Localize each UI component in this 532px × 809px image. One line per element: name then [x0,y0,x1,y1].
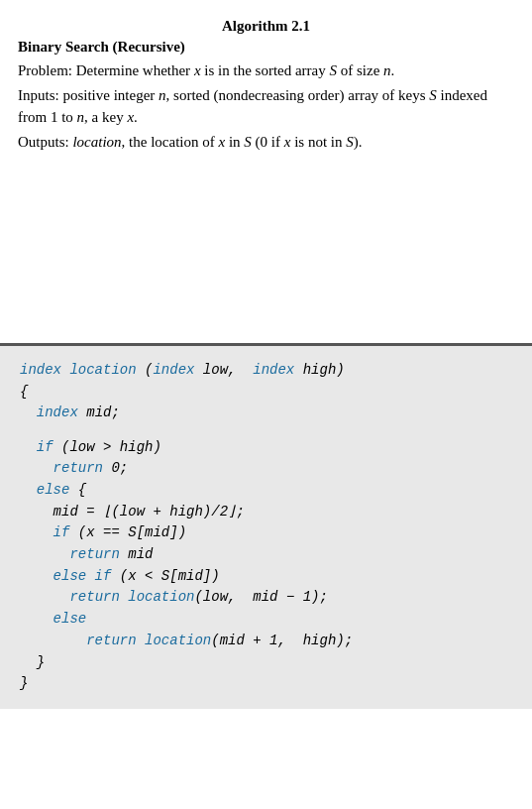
code-line-5: return 0; [20,458,512,480]
code-line-2: { [20,382,512,404]
code-line-12: else [20,609,512,631]
inputs-line: Inputs: positive integer n, sorted (nond… [18,84,514,129]
code-line-8: if (x == S[mid]) [20,522,512,544]
code-line-13: return location(mid + 1, high); [20,631,512,652]
code-line-10: else if (x < S[mid]) [20,566,512,588]
code-line-14: } [20,652,512,674]
problem-line: Problem: Determine whether x is in the s… [18,59,514,82]
outputs-line: Outputs: location, the location of x in … [18,131,514,154]
code-line-15: } [20,673,512,695]
code-line-4: if (low > high) [20,437,512,459]
code-line-7: mid = ⌊(low + high)/2⌋; [20,502,512,523]
algorithm-title: Algorithm 2.1 [18,18,514,35]
code-section: index location (index low, index high) {… [0,346,532,709]
code-line-1: index location (index low, index high) [20,360,512,382]
code-line-9: return mid [20,544,512,566]
code-line-11: return location(low, mid − 1); [20,587,512,609]
code-line-3: index mid; [20,403,512,424]
blank-line-1 [20,424,512,437]
top-section: Algorithm 2.1 Binary Search (Recursive) … [0,0,532,165]
algorithm-name: Binary Search (Recursive) [18,39,514,56]
code-line-6: else { [20,480,512,502]
